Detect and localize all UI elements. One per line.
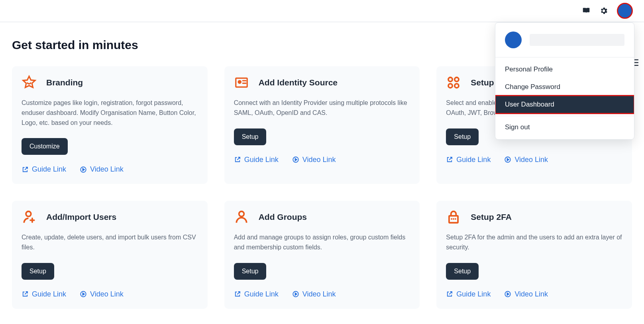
svg-point-4	[448, 77, 452, 81]
svg-point-7	[455, 84, 459, 88]
card-setup-2fa: Setup 2FA Setup 2FA for the admin and th…	[436, 201, 632, 309]
video-link[interactable]: Video Link	[80, 290, 124, 298]
setup-button[interactable]: Setup	[234, 128, 267, 145]
user-menu-dropdown: Personal Profile Change Password User Da…	[495, 22, 634, 140]
video-link[interactable]: Video Link	[504, 290, 548, 298]
svg-point-9	[26, 211, 31, 217]
avatar-icon	[505, 32, 522, 48]
card-description: Customize pages like login, registration…	[22, 98, 198, 128]
svg-point-2	[238, 81, 241, 83]
card-title: Setup 2FA	[471, 212, 512, 222]
video-link[interactable]: Video Link	[292, 290, 336, 298]
card-add-groups: Add Groups Add and manage groups to assi…	[224, 201, 420, 309]
setup-button[interactable]: Setup	[22, 263, 54, 280]
card-branding: Branding Customize pages like login, reg…	[12, 66, 208, 184]
svg-point-5	[455, 77, 459, 81]
svg-point-6	[448, 84, 452, 88]
card-title: Add Identity Source	[259, 78, 338, 87]
menu-user-dashboard[interactable]: User Dashboard	[495, 96, 634, 113]
guide-link-label: Guide Link	[244, 156, 279, 164]
user-name-placeholder	[530, 34, 624, 46]
video-link[interactable]: Video Link	[292, 156, 336, 164]
guide-link[interactable]: Guide Link	[234, 290, 279, 298]
guide-link-label: Guide Link	[456, 156, 491, 164]
card-description: Add and manage groups to assign roles, g…	[234, 233, 410, 253]
menu-change-password[interactable]: Change Password	[495, 78, 634, 96]
book-open-icon[interactable]	[582, 6, 591, 15]
menu-divider	[495, 116, 634, 116]
guide-link-label: Guide Link	[32, 165, 66, 174]
setup-button[interactable]: Setup	[234, 263, 267, 280]
setup-button[interactable]: Setup	[446, 263, 479, 280]
card-identity-source: Add Identity Source Connect with an Iden…	[224, 66, 420, 184]
user-icon	[234, 209, 249, 225]
user-plus-icon	[22, 209, 37, 225]
lock-icon	[446, 209, 461, 225]
video-link-label: Video Link	[514, 156, 548, 164]
video-link[interactable]: Video Link	[80, 165, 124, 174]
gear-icon[interactable]	[599, 6, 608, 15]
video-link-label: Video Link	[90, 290, 124, 298]
guide-link[interactable]: Guide Link	[234, 156, 279, 164]
video-link[interactable]: Video Link	[504, 156, 548, 164]
card-description: Setup 2FA for the admin and the users to…	[446, 233, 622, 253]
video-link-label: Video Link	[302, 290, 336, 298]
guide-link[interactable]: Guide Link	[446, 156, 491, 164]
guide-link-label: Guide Link	[456, 290, 491, 298]
card-title: Add/Import Users	[46, 212, 116, 222]
apps-icon	[446, 75, 461, 90]
id-card-icon	[234, 75, 249, 90]
guide-link-label: Guide Link	[244, 290, 279, 298]
card-title: Branding	[46, 78, 83, 87]
card-title: Add Groups	[259, 212, 307, 222]
menu-sign-out[interactable]: Sign out	[495, 119, 634, 136]
guide-link[interactable]: Guide Link	[22, 165, 66, 174]
menu-personal-profile[interactable]: Personal Profile	[495, 61, 634, 78]
svg-point-11	[239, 211, 244, 217]
topbar	[0, 0, 644, 22]
card-description: Create, update, delete users, and import…	[22, 233, 198, 253]
user-menu-header	[495, 23, 634, 57]
guide-link[interactable]: Guide Link	[446, 290, 491, 298]
star-icon	[22, 75, 37, 90]
avatar[interactable]	[617, 3, 633, 19]
video-link-label: Video Link	[302, 156, 336, 164]
customize-button[interactable]: Customize	[22, 138, 68, 155]
guide-link[interactable]: Guide Link	[22, 290, 66, 298]
card-add-users: Add/Import Users Create, update, delete …	[12, 201, 208, 309]
video-link-label: Video Link	[514, 290, 548, 298]
guide-link-label: Guide Link	[32, 290, 66, 298]
setup-button[interactable]: Setup	[446, 128, 479, 145]
card-description: Connect with an Identity Provider using …	[234, 98, 410, 118]
video-link-label: Video Link	[90, 165, 124, 174]
